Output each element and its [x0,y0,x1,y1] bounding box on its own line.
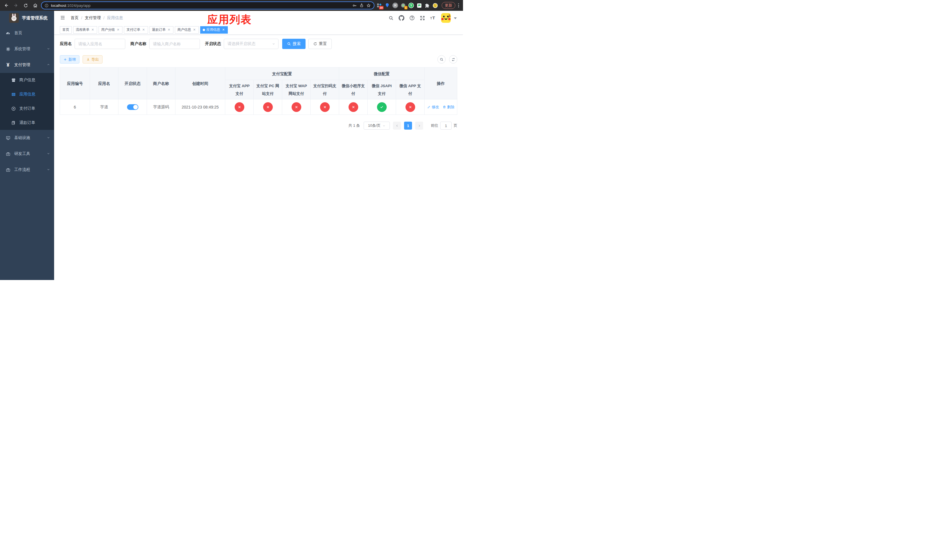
table-toolbar: 新增 导出 [60,55,457,64]
tag-merchant-info[interactable]: 商户信息✕ [175,26,199,33]
refresh-table-button[interactable] [449,55,457,64]
reset-button[interactable]: 重置 [309,39,332,49]
fullscreen-icon[interactable] [420,15,425,21]
emoji-face-icon [432,3,438,9]
cell-alipay-wap-status [282,100,311,115]
sidebar-item-merchant-info[interactable]: 商户信息 [0,73,54,87]
merchant-name-input[interactable] [149,39,200,49]
prev-page-button[interactable] [393,122,401,130]
tag-user-group[interactable]: 用户分组✕ [98,26,123,33]
col-header-alipay-qr: 支付宝扫码支付 [311,80,339,100]
browser-update-button[interactable]: 更新 [442,2,455,9]
extension-recorder-icon[interactable]: 1 [400,2,406,9]
page-number-1[interactable]: 1 [404,122,412,130]
next-page-button[interactable] [415,122,423,130]
share-icon[interactable] [359,3,364,8]
chevron-right-icon [418,124,421,127]
open-status-select[interactable]: 请选择开启状态 [224,39,278,49]
tag-close-icon[interactable]: ✕ [167,28,171,32]
browser-reload-button[interactable] [22,2,30,9]
sidebar-item-payment-orders[interactable]: ¥ 支付订单 [0,101,54,116]
tag-payment-orders[interactable]: 支付订单✕ [124,26,148,33]
extension-sidebar-icon[interactable]: 10 [376,2,383,9]
edit-link[interactable]: 修改 [427,104,439,110]
browser-forward-button[interactable] [12,2,20,9]
tag-process-form[interactable]: 流程表单✕ [73,26,97,33]
breadcrumb-home[interactable]: 首页 [71,15,79,21]
sidebar-collapse-button[interactable] [59,14,67,23]
tag-label: 流程表单 [76,27,89,32]
tag-app-info[interactable]: 应用信息✕ [200,26,228,33]
breadcrumb-current: 应用信息 [107,15,123,21]
bookmark-star-icon[interactable] [366,3,371,8]
app-name-input[interactable] [75,39,125,49]
col-header-alipay-app: 支付宝 APP 支付 [225,80,254,100]
tag-refund-orders[interactable]: 退款订单✕ [150,26,173,33]
sidebar-item-app-info[interactable]: 应用信息 [0,87,54,101]
sidebar-item-refund-orders[interactable]: 退款订单 [0,116,54,130]
help-icon[interactable] [409,15,415,21]
extension-chat-icon[interactable] [416,2,422,9]
svg-text:¥: ¥ [13,107,14,110]
user-avatar[interactable] [441,13,451,23]
browser-home-button[interactable] [31,2,39,9]
add-button[interactable]: 新增 [60,55,79,64]
profile-emoji-icon[interactable] [432,2,438,9]
tag-label: 首页 [62,27,69,32]
search-button-label: 搜索 [293,41,301,47]
extension-y-icon[interactable]: Y [408,2,414,9]
balloon-icon [385,3,390,8]
col-header-wx-jsapi: 微信 JSAPI 支付 [368,80,396,100]
site-info-icon[interactable] [44,3,49,8]
password-key-icon[interactable] [352,3,357,8]
url-host: localhost [51,3,66,8]
sidebar-item-infrastructure[interactable]: 基础设施 [0,130,54,146]
avatar-caret-icon[interactable] [454,16,457,20]
disabled-x-icon [235,102,244,112]
tag-label: 退款订单 [152,27,166,32]
tag-close-icon[interactable]: ✕ [116,28,120,32]
tag-close-icon[interactable]: ✕ [142,28,145,32]
sidebar-item-dev-tools[interactable]: 研发工具 [0,146,54,162]
breadcrumb-payment[interactable]: 支付管理 [85,15,101,21]
font-size-icon[interactable]: TT [430,15,436,21]
tag-close-icon[interactable]: ✕ [91,28,95,32]
header-search-icon[interactable] [388,15,394,21]
address-bar[interactable]: localhost:1024/pay/app [41,2,374,9]
tag-close-icon[interactable]: ✕ [192,28,196,32]
browser-menu-button[interactable] [457,3,460,8]
command-icon: ⌘ [392,3,398,8]
refresh-cycle-icon [451,58,455,62]
sidebar-item-label: 首页 [14,30,50,36]
dashboard-gauge-icon [5,30,11,36]
tags-view: 首页 流程表单✕ 用户分组✕ 支付订单✕ 退款订单✕ 商户信息✕ 应用信息✕ [54,25,463,35]
reload-icon [23,3,28,8]
chevron-up-icon [47,63,50,67]
open-status-toggle[interactable] [127,104,138,110]
col-header-wx-mini: 微信小程序支付 [339,80,368,100]
delete-link[interactable]: 删除 [442,104,454,110]
hide-search-button[interactable] [437,55,446,64]
sidebar-item-home[interactable]: 首页 [0,25,54,41]
sidebar-item-payment[interactable]: ¥ 支付管理 [0,57,54,73]
tag-close-icon[interactable]: ✕ [221,28,225,32]
search-button[interactable]: 搜索 [282,39,306,49]
page-size-select[interactable]: 10条/页 [364,122,390,130]
browser-back-button[interactable] [2,2,10,9]
export-button[interactable]: 导出 [83,55,103,64]
sidebar-item-system[interactable]: 系统管理 [0,41,54,57]
github-icon[interactable] [399,15,404,21]
extension-balloon-icon[interactable] [384,2,390,9]
yen-icon: ¥ [5,62,11,68]
goto-page-input[interactable] [440,122,452,130]
extension-command-icon[interactable]: ⌘ [392,2,398,9]
extensions-puzzle-icon[interactable] [424,2,430,9]
tag-home[interactable]: 首页 [60,26,72,33]
sidebar-item-workflow[interactable]: 工作流程 [0,162,54,178]
delete-link-label: 删除 [447,104,454,110]
rabbit-logo-image [9,13,19,23]
y-circle-icon: Y [408,2,414,9]
disabled-x-icon [320,102,330,112]
sidebar-logo[interactable]: 芋道管理系统 [0,11,54,25]
col-header-app-name: 应用名 [90,68,118,100]
